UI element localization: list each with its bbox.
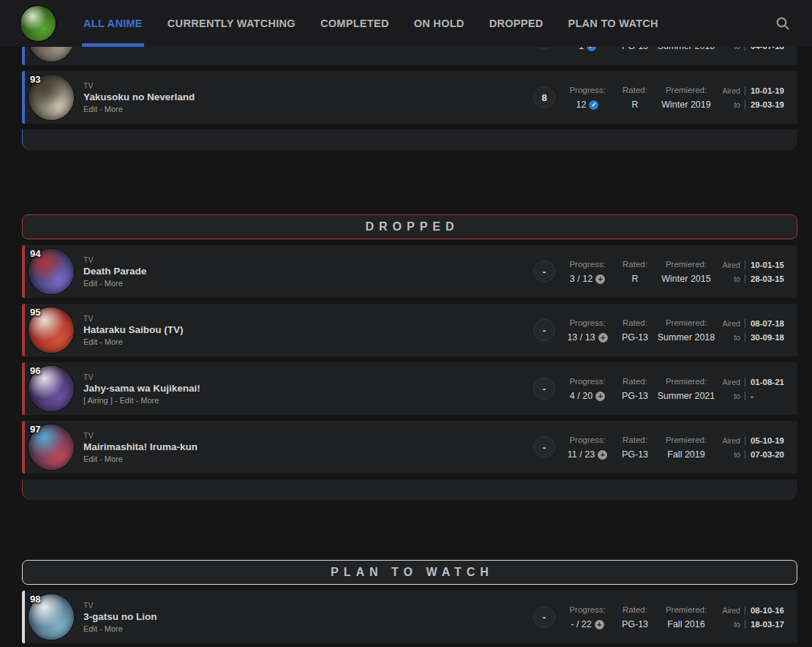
anime-row: 93 TV Yakusoku no Neverland Edit - More …	[22, 71, 797, 124]
score-value: -	[543, 442, 546, 453]
nav-tab-completed[interactable]: COMPLETED	[320, 0, 389, 47]
row-number: 93	[30, 74, 40, 85]
anime-title[interactable]: Yakusoku no Neverland	[83, 91, 195, 102]
premiered-value: Winter 2015	[661, 272, 710, 286]
aired-label: Aired	[713, 261, 740, 269]
edit-more-links[interactable]: Edit - More	[83, 337, 184, 346]
premiered-value: Fall 2016	[667, 617, 704, 632]
aired-column: Aired 08-10-16 to 18-03-17	[713, 603, 784, 631]
score-value: -	[543, 325, 546, 336]
anime-row: 96 TV Jahy-sama wa Kujikenai! [ Airing ]…	[22, 362, 797, 415]
nav-tab-on-hold[interactable]: ON HOLD	[414, 0, 465, 47]
premiered-value: Winter 2019	[661, 97, 710, 112]
section-header-dropped: DROPPED	[22, 214, 797, 239]
row-number: 96	[30, 365, 40, 376]
score-value: 8	[541, 92, 546, 103]
row-number: 97	[30, 424, 40, 435]
aired-end-date: 07-03-20	[745, 450, 784, 459]
aired-label: Aired	[713, 319, 740, 328]
anime-info: TV Jahy-sama wa Kujikenai! [ Airing ] - …	[83, 373, 200, 405]
section-rows: 98 TV 3-gatsu no Lion Edit - More - Prog…	[22, 591, 797, 643]
to-label: to	[713, 450, 740, 459]
anime-title[interactable]: Hataraku Saibou (TV)	[83, 324, 184, 335]
anime-info: TV Yakusoku no Neverland Edit - More	[83, 81, 195, 113]
aired-start-date: 08-07-18	[745, 319, 784, 328]
aired-end-date: 28-03-15	[745, 274, 784, 283]
aired-end-date: 30-09-18	[745, 333, 784, 342]
anime-info: TV 3-gatsu no Lion Edit - More	[83, 601, 157, 633]
section-header-plan-to-watch: PLAN TO WATCH	[22, 560, 797, 585]
to-label: to	[713, 620, 740, 629]
anime-row: 98 TV 3-gatsu no Lion Edit - More - Prog…	[22, 591, 797, 643]
anime-title[interactable]: Death Parade	[83, 266, 146, 277]
section-rows: 94 TV Death Parade Edit - More - Progres…	[22, 245, 797, 474]
row-number: 95	[30, 307, 40, 318]
aired-end-date: -	[745, 392, 783, 400]
section-footer	[22, 130, 797, 150]
progress-add-icon[interactable]: +	[595, 392, 605, 401]
aired-end-date: 29-03-19	[745, 100, 784, 109]
aired-column: Aired 08-07-18 to 30-09-18	[713, 316, 784, 344]
anime-row: 97 TV Mairimashita! Iruma-kun Edit - Mor…	[22, 421, 797, 474]
anime-row: 94 TV Death Parade Edit - More - Progres…	[22, 245, 797, 298]
progress-value: 3 / 12	[570, 272, 593, 286]
anime-info: TV Hataraku Saibou (TV) Edit - More	[83, 314, 184, 346]
aired-start-date: 01-08-21	[745, 378, 784, 386]
aired-column: Aired 10-01-19 to 29-03-19	[713, 83, 784, 111]
aired-column: Aired 01-08-21 to -	[713, 375, 784, 403]
nav-tab-dropped[interactable]: DROPPED	[489, 0, 544, 47]
nav-tab-plan-to-watch[interactable]: PLAN TO WATCH	[568, 0, 658, 47]
row-number: 98	[30, 594, 40, 605]
edit-more-links[interactable]: [ Airing ] - Edit - More	[83, 396, 200, 405]
aired-column: Aired 05-10-19 to 07-03-20	[713, 433, 784, 461]
section-footer	[22, 479, 797, 500]
aired-start-date: 05-10-19	[745, 436, 784, 445]
rated-value: R	[631, 97, 638, 112]
anime-list: Edit - More Progress: 1 ✓ Rated: PG-13 P…	[0, 0, 812, 643]
progress-value: 13 / 13	[567, 330, 595, 345]
aired-label: Aired	[713, 606, 740, 615]
anime-type: TV	[83, 373, 200, 381]
nav-tab-currently-watching[interactable]: CURRENTLY WATCHING	[168, 0, 296, 47]
aired-column: Aired 10-01-15 to 28-03-15	[713, 258, 784, 285]
to-label: to	[713, 100, 740, 109]
section-title: DROPPED	[360, 220, 459, 233]
section-title: PLAN TO WATCH	[326, 566, 494, 579]
progress-add-icon[interactable]: +	[595, 274, 605, 284]
anime-info: TV Death Parade Edit - More	[83, 255, 146, 288]
score-value: -	[543, 612, 546, 623]
anime-type: TV	[83, 255, 146, 264]
score-value: -	[543, 384, 546, 394]
row-number: 94	[30, 248, 40, 259]
progress-value: 4 / 20	[570, 389, 593, 403]
to-label: to	[713, 333, 740, 342]
search-icon[interactable]	[774, 15, 792, 32]
anime-info: TV Mairimashita! Iruma-kun Edit - More	[83, 431, 198, 463]
rated-value: R	[631, 272, 638, 286]
anime-title[interactable]: 3-gatsu no Lion	[83, 611, 157, 622]
progress-add-icon[interactable]: +	[595, 620, 604, 629]
premiered-value: Summer 2018	[658, 330, 715, 345]
progress-value: 12	[576, 97, 587, 112]
profile-avatar[interactable]	[20, 6, 56, 41]
progress-check-icon[interactable]: ✓	[589, 100, 598, 110]
to-label: to	[713, 274, 740, 283]
edit-more-links[interactable]: Edit - More	[83, 105, 195, 113]
anime-type: TV	[83, 431, 198, 440]
list-section: PLAN TO WATCH 98 TV 3-gatsu no Lion Edit…	[22, 560, 797, 643]
aired-label: Aired	[713, 86, 740, 95]
anime-title[interactable]: Mairimashita! Iruma-kun	[83, 441, 198, 452]
edit-more-links[interactable]: Edit - More	[83, 455, 198, 463]
aired-label: Aired	[713, 378, 740, 386]
aired-start-date: 10-01-19	[745, 86, 784, 95]
premiered-value: Fall 2019	[667, 447, 704, 462]
to-label: to	[713, 392, 740, 400]
aired-start-date: 08-10-16	[745, 606, 784, 615]
edit-more-links[interactable]: Edit - More	[83, 624, 157, 633]
anime-type: TV	[83, 81, 195, 90]
nav-tab-all-anime[interactable]: ALL ANIME	[83, 0, 143, 47]
score-value: -	[543, 266, 546, 277]
anime-title[interactable]: Jahy-sama wa Kujikenai!	[83, 383, 200, 394]
edit-more-links[interactable]: Edit - More	[83, 279, 146, 288]
aired-start-date: 10-01-15	[745, 261, 784, 269]
